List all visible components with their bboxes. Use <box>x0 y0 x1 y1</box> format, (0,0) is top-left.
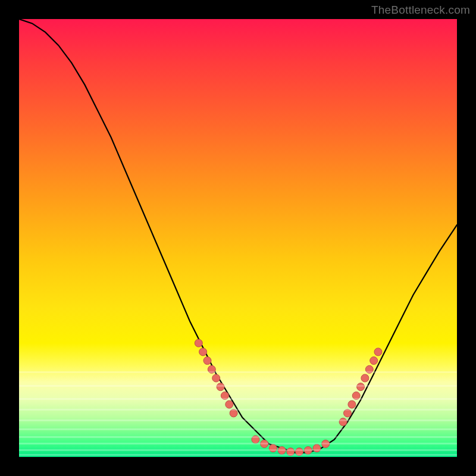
curve-marker <box>212 374 220 382</box>
gradient-stripe <box>19 409 457 411</box>
gradient-stripe <box>19 419 457 421</box>
curve-marker <box>348 400 356 408</box>
curve-marker <box>203 357 211 365</box>
gradient-stripe <box>19 454 457 456</box>
gradient-stripe <box>19 436 457 438</box>
curve-marker <box>199 348 207 356</box>
curve-marker <box>374 348 382 356</box>
curve-marker <box>361 374 369 382</box>
curve-layer <box>19 19 457 457</box>
curve-marker <box>195 339 202 347</box>
curve-marker <box>226 400 233 408</box>
gradient-stripe <box>19 443 457 444</box>
chart-frame: TheBottleneck.com <box>0 0 476 476</box>
gradient-stripe <box>19 398 457 400</box>
gradient-stripe <box>19 449 457 451</box>
watermark-text: TheBottleneck.com <box>371 4 470 17</box>
gradient-stripe <box>19 385 457 387</box>
curve-marker <box>313 444 321 452</box>
gradient-stripe <box>19 371 457 373</box>
curve-marker <box>370 357 378 365</box>
plot-area <box>19 19 457 457</box>
gradient-stripe <box>19 428 457 430</box>
bottleneck-curve <box>19 19 457 453</box>
curve-marker <box>269 444 277 452</box>
